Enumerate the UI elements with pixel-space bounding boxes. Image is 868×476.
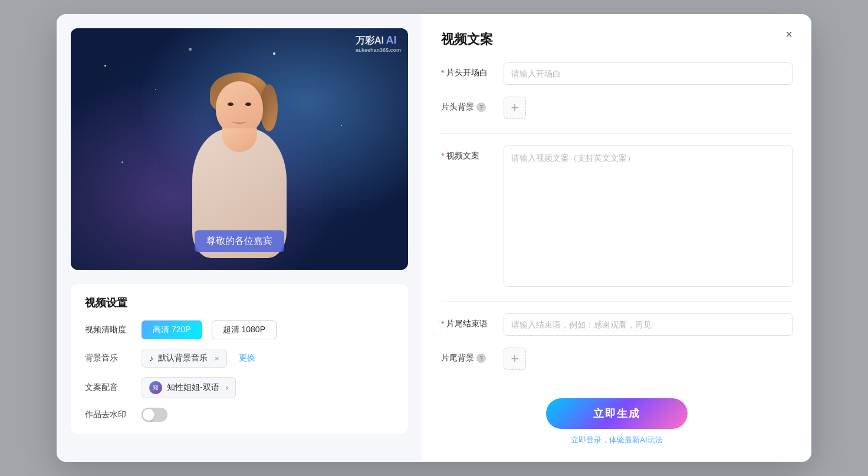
header-bg-help-icon[interactable]: ? — [476, 103, 486, 112]
footer-bg-help-icon[interactable]: ? — [476, 353, 486, 363]
voice-avatar-icon: 知 — [149, 381, 162, 394]
closing-label-text: 片尾结束语 — [446, 319, 488, 329]
divider-1 — [441, 133, 793, 134]
header-bg-label-text: 片头背景 — [441, 102, 474, 113]
video-bg: 万彩AI AI ai.keehan365.com — [71, 28, 408, 270]
closing-required-star: * — [441, 319, 444, 329]
closing-input[interactable] — [504, 313, 793, 336]
closing-label: * 片尾结束语 — [441, 313, 494, 329]
music-row: 背景音乐 ♪ 默认背景音乐 × 更换 — [85, 349, 394, 368]
voice-label: 文案配音 — [85, 382, 132, 393]
music-icon: ♪ — [149, 353, 153, 363]
panel-title: 视频文案 — [441, 31, 793, 48]
copy-label-text: 视频文案 — [446, 151, 479, 161]
opening-required-star: * — [441, 68, 444, 78]
footer-bg-add-button[interactable]: + — [504, 348, 526, 370]
watermark: 万彩AI AI ai.keehan365.com — [356, 34, 401, 53]
quality-720p-button[interactable]: 高清 720P — [142, 320, 202, 339]
subtitle-bar: 尊敬的各位嘉宾 — [195, 230, 284, 252]
music-label: 背景音乐 — [85, 353, 132, 363]
close-button[interactable]: × — [780, 25, 798, 44]
watermark-toggle[interactable] — [142, 408, 167, 422]
avatar-head — [216, 81, 263, 134]
settings-section: 视频设置 视频清晰度 高清 720P 超清 1080P 背景音乐 ♪ 默认背景音… — [71, 284, 408, 434]
music-change-button[interactable]: 更换 — [239, 353, 255, 363]
header-bg-label: 片头背景 ? — [441, 97, 494, 113]
left-panel: 万彩AI AI ai.keehan365.com — [57, 14, 422, 462]
footer-bg-label: 片尾背景 ? — [441, 348, 494, 363]
toggle-thumb — [143, 409, 154, 421]
watermark-brand: 万彩AI — [356, 35, 384, 45]
header-bg-add-button[interactable]: + — [504, 97, 526, 119]
settings-title: 视频设置 — [85, 296, 394, 310]
voice-name: 知性姐姐-双语 — [167, 382, 219, 393]
copy-required-star: * — [441, 151, 444, 161]
voice-arrow-icon: › — [225, 383, 228, 392]
watermark-row: 作品去水印 — [85, 408, 394, 422]
copy-row: * 视频文案 — [441, 146, 793, 287]
quality-row: 视频清晰度 高清 720P 超清 1080P — [85, 320, 394, 339]
music-close-button[interactable]: × — [215, 354, 219, 363]
submit-button[interactable]: 立即生成 — [546, 398, 688, 429]
header-bg-row: 片头背景 ? + — [441, 97, 793, 119]
voice-row: 文案配音 知 知性姐姐-双语 › — [85, 377, 394, 398]
watermark-url: ai.keehan365.com — [356, 47, 401, 53]
opening-row: * 片头开场白 — [441, 62, 793, 85]
avatar-hair — [210, 72, 269, 114]
music-name: 默认背景音乐 — [158, 353, 208, 363]
watermark-ai-icon: AI — [386, 34, 397, 46]
video-preview: 万彩AI AI ai.keehan365.com — [71, 28, 408, 270]
music-tag: ♪ 默认背景音乐 × — [142, 349, 227, 368]
footer-bg-row: 片尾背景 ? + — [441, 348, 793, 370]
modal-dialog: × 万彩AI AI — [57, 14, 811, 462]
voice-selector[interactable]: 知 知性姐姐-双语 › — [142, 377, 236, 398]
submit-hint-text: 立即登录，体验最新 — [571, 435, 640, 444]
opening-label-text: 片头开场白 — [446, 68, 488, 78]
watermark-toggle-label: 作品去水印 — [85, 409, 132, 420]
copy-label: * 视频文案 — [441, 146, 494, 161]
quality-label: 视频清晰度 — [85, 325, 132, 335]
divider-2 — [441, 301, 793, 302]
footer-bg-label-text: 片尾背景 — [441, 353, 474, 363]
opening-label: * 片头开场白 — [441, 62, 494, 78]
right-panel: 视频文案 * 片头开场白 片头背景 ? + — [422, 14, 811, 462]
submit-area: 立即生成 立即登录，体验最新AI玩法 — [441, 386, 793, 445]
copy-textarea[interactable] — [504, 146, 793, 287]
opening-input[interactable] — [504, 62, 793, 85]
closing-row: * 片尾结束语 — [441, 313, 793, 336]
modal-overlay: × 万彩AI AI — [0, 0, 868, 476]
submit-hint: 立即登录，体验最新AI玩法 — [571, 435, 662, 445]
submit-hint-ai: AI玩法 — [640, 435, 662, 444]
quality-1080p-button[interactable]: 超清 1080P — [212, 320, 277, 339]
